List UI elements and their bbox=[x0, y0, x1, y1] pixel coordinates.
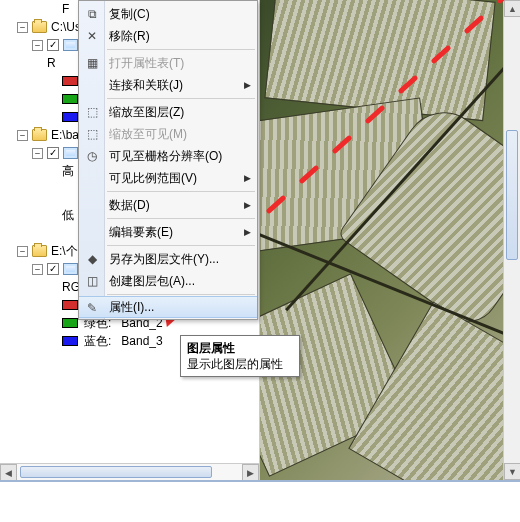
menu-item-create-layer-pkg[interactable]: ◫ 创建图层包(A)... bbox=[79, 270, 257, 292]
copy-icon: ⧉ bbox=[84, 6, 100, 22]
menu-label: 连接和关联(J) bbox=[109, 77, 183, 94]
menu-separator bbox=[107, 49, 255, 50]
menu-label: 数据(D) bbox=[109, 197, 150, 214]
globe-icon: ◷ bbox=[84, 148, 100, 164]
submenu-arrow-icon: ▶ bbox=[244, 200, 251, 210]
submenu-arrow-icon: ▶ bbox=[244, 80, 251, 90]
menu-separator bbox=[107, 218, 255, 219]
menu-item-zoom-raster-res[interactable]: ◷ 可见至栅格分辨率(O) bbox=[79, 145, 257, 167]
menu-item-visible-scale[interactable]: 可见比例范围(V) ▶ bbox=[79, 167, 257, 189]
menu-item-zoom-layer[interactable]: ⬚ 缩放至图层(Z) bbox=[79, 101, 257, 123]
menu-label: 可见比例范围(V) bbox=[109, 170, 197, 187]
raster-icon bbox=[63, 263, 78, 275]
package-icon: ◫ bbox=[84, 273, 100, 289]
menu-item-zoom-visible: ⬚ 缩放至可见(M) bbox=[79, 123, 257, 145]
row-label: F bbox=[62, 0, 69, 18]
menu-label: 缩放至可见(M) bbox=[109, 126, 187, 143]
layer-context-menu: ⧉ 复制(C) ✕ 移除(R) ▦ 打开属性表(T) 连接和关联(J) ▶ ⬚ … bbox=[78, 0, 258, 320]
zoom-icon: ⬚ bbox=[84, 126, 100, 142]
scroll-thumb[interactable] bbox=[506, 130, 518, 260]
table-icon: ▦ bbox=[84, 55, 100, 71]
layer-visibility-checkbox[interactable]: ✓ bbox=[47, 263, 59, 275]
swatch-green-icon bbox=[62, 318, 78, 328]
tooltip-description: 显示此图层的属性 bbox=[187, 356, 293, 372]
swatch-green-icon bbox=[62, 94, 78, 104]
expander-icon[interactable]: − bbox=[32, 40, 43, 51]
scroll-up-button[interactable]: ▲ bbox=[504, 0, 520, 17]
scroll-down-button[interactable]: ▼ bbox=[504, 463, 520, 480]
menu-item-properties[interactable]: ✎ 属性(I)... bbox=[79, 296, 257, 318]
expander-icon[interactable]: − bbox=[32, 148, 43, 159]
menu-separator bbox=[107, 98, 255, 99]
row-label: R bbox=[47, 54, 56, 72]
menu-label: 属性(I)... bbox=[109, 299, 154, 316]
menu-label: 另存为图层文件(Y)... bbox=[109, 251, 219, 268]
zoom-icon: ⬚ bbox=[84, 104, 100, 120]
remove-icon: ✕ bbox=[84, 28, 100, 44]
folder-icon bbox=[32, 245, 47, 257]
raster-icon bbox=[63, 39, 78, 51]
menu-label: 缩放至图层(Z) bbox=[109, 104, 184, 121]
expander-icon[interactable]: − bbox=[17, 22, 28, 33]
menu-item-copy[interactable]: ⧉ 复制(C) bbox=[79, 3, 257, 25]
scroll-left-button[interactable]: ◀ bbox=[0, 464, 17, 480]
menu-label: 复制(C) bbox=[109, 6, 150, 23]
expander-icon[interactable]: − bbox=[32, 264, 43, 275]
menu-item-save-as-layer[interactable]: ◆ 另存为图层文件(Y)... bbox=[79, 248, 257, 270]
menu-label: 创建图层包(A)... bbox=[109, 273, 195, 290]
properties-icon: ✎ bbox=[84, 300, 100, 316]
raster-icon bbox=[63, 147, 78, 159]
status-bar bbox=[0, 480, 520, 522]
tooltip-properties: 图层属性 显示此图层的属性 bbox=[180, 335, 300, 377]
menu-item-edit-elements[interactable]: 编辑要素(E) ▶ bbox=[79, 221, 257, 243]
menu-item-conn-associate[interactable]: 连接和关联(J) ▶ bbox=[79, 74, 257, 96]
expander-icon[interactable]: − bbox=[17, 130, 28, 141]
scroll-right-button[interactable]: ▶ bbox=[242, 464, 259, 480]
menu-item-data[interactable]: 数据(D) ▶ bbox=[79, 194, 257, 216]
scroll-thumb[interactable] bbox=[20, 466, 212, 478]
menu-item-open-attr-table: ▦ 打开属性表(T) bbox=[79, 52, 257, 74]
submenu-arrow-icon: ▶ bbox=[244, 227, 251, 237]
horizontal-scrollbar[interactable]: ◀ ▶ bbox=[0, 463, 259, 480]
row-label: 蓝色: bbox=[84, 332, 111, 350]
menu-label: 移除(R) bbox=[109, 28, 150, 45]
scroll-track[interactable] bbox=[17, 464, 242, 480]
folder-icon bbox=[32, 129, 47, 141]
menu-separator bbox=[107, 191, 255, 192]
menu-separator bbox=[107, 294, 255, 295]
expander-icon[interactable]: − bbox=[17, 246, 28, 257]
swatch-blue-icon bbox=[62, 336, 78, 346]
submenu-arrow-icon: ▶ bbox=[244, 173, 251, 183]
layer-visibility-checkbox[interactable]: ✓ bbox=[47, 147, 59, 159]
row-label: 低 bbox=[62, 206, 74, 224]
menu-label: 编辑要素(E) bbox=[109, 224, 173, 241]
tooltip-title: 图层属性 bbox=[187, 340, 293, 356]
swatch-blue-icon bbox=[62, 112, 78, 122]
row-value: Band_3 bbox=[121, 332, 162, 350]
menu-separator bbox=[107, 245, 255, 246]
layer-visibility-checkbox[interactable]: ✓ bbox=[47, 39, 59, 51]
vertical-scrollbar[interactable]: ▲ ▼ bbox=[503, 0, 520, 480]
menu-label: 可见至栅格分辨率(O) bbox=[109, 148, 222, 165]
disk-icon: ◆ bbox=[84, 251, 100, 267]
menu-item-remove[interactable]: ✕ 移除(R) bbox=[79, 25, 257, 47]
row-label: 高 bbox=[62, 162, 74, 180]
swatch-red-icon bbox=[62, 76, 78, 86]
map-view[interactable]: ▲ ▼ bbox=[260, 0, 520, 480]
menu-label: 打开属性表(T) bbox=[109, 55, 184, 72]
folder-icon bbox=[32, 21, 47, 33]
swatch-red-icon bbox=[62, 300, 78, 310]
